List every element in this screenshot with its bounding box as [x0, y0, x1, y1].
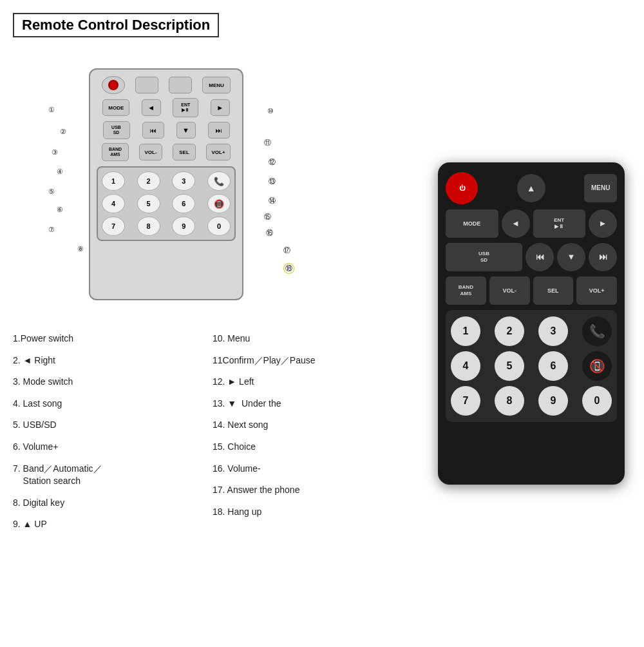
label-3: ③ — [52, 148, 58, 157]
photo-num2[interactable]: 2 — [495, 316, 524, 346]
label-7: ⑦ — [48, 226, 55, 234]
photo-next-btn[interactable]: ⏭ — [589, 243, 617, 271]
photo-num3[interactable]: 3 — [538, 316, 568, 346]
desc-3: 3. Mode switch — [13, 376, 200, 389]
photo-ent-btn[interactable]: ENT▶⏸ — [533, 209, 586, 238]
btn-usbsd-diag[interactable]: USBSD — [103, 121, 130, 139]
photo-numrow-3: 7 8 9 0 — [451, 386, 612, 416]
btn-volplus-diag[interactable]: VOL+ — [206, 144, 231, 160]
numpad-diagram: 1 2 3 📞 4 5 6 📵 7 8 9 — [97, 166, 236, 241]
remote-diagram-box: MENU MODE ◄ ENT▶⏸ ► USBSD ⏮ ▼ ⏭ — [89, 68, 243, 300]
num1[interactable]: 1 — [102, 171, 125, 191]
label-13: ⑬ — [269, 177, 276, 186]
desc-14: 14. Next song — [213, 419, 399, 432]
num4[interactable]: 4 — [102, 194, 125, 213]
photo-volminus-btn[interactable]: VOL- — [489, 276, 530, 305]
photo-prev-btn[interactable]: ⏮ — [526, 243, 554, 271]
diagram-area: ① ② ③ ④ ⑤ ⑥ ⑦ ⑧ ⑨ ⑩ ⑪ ⑫ ⑬ ⑭ ⑮ ⑯ ⑰ ⑱ — [13, 49, 322, 320]
photo-row-1: ⏻ ▲ MENU — [446, 172, 617, 204]
label-14: ⑭ — [269, 196, 276, 206]
btn-ent-diag[interactable]: ENT▶⏸ — [173, 98, 198, 117]
photo-row-2: MODE ◄ ENT▶⏸ ► — [446, 209, 617, 238]
label-18: ⑱ — [283, 263, 294, 274]
desc-16: 16. Volume- — [213, 463, 399, 476]
label-16: ⑯ — [266, 228, 273, 238]
photo-num1[interactable]: 1 — [451, 316, 480, 346]
desc-2: 2. ◄ Right — [13, 354, 200, 367]
btn-prev-diag[interactable]: ⏮ — [142, 122, 164, 139]
photo-left-arr[interactable]: ◄ — [502, 209, 530, 238]
photo-down-btn[interactable]: ▼ — [557, 243, 585, 271]
photo-num0[interactable]: 0 — [582, 386, 612, 416]
num5[interactable]: 5 — [137, 194, 160, 213]
label-8: ⑧ — [77, 245, 84, 253]
num9[interactable]: 9 — [172, 217, 195, 236]
desc-6: 6. Volume+ — [13, 441, 200, 454]
photo-row-4: BANDAMS VOL- SEL VOL+ — [446, 276, 617, 305]
btn-blank2[interactable] — [169, 77, 192, 93]
photo-sel-btn[interactable]: SEL — [533, 276, 574, 305]
btn-left-diag[interactable]: ◄ — [142, 99, 161, 116]
photo-volplus-btn[interactable]: VOL+ — [576, 276, 617, 305]
btn-mode-diag[interactable]: MODE — [102, 99, 129, 116]
desc-8: 8. Digital key — [13, 497, 200, 510]
desc-5: 5. USB/SD — [13, 419, 200, 432]
call-btn-diag[interactable]: 📞 — [207, 171, 231, 191]
desc-12: 12. ► Left — [213, 376, 399, 389]
photo-numrow-1: 1 2 3 📞 — [451, 316, 612, 346]
desc-4: 4. Last song — [13, 398, 200, 410]
left-panel: Remote Control Description ① ② ③ ④ ⑤ ⑥ ⑦… — [0, 0, 425, 647]
desc-9: 9. ▲ UP — [13, 518, 200, 531]
num7[interactable]: 7 — [102, 217, 125, 236]
btn-down-diag[interactable]: ▼ — [176, 122, 196, 139]
remote-photo: ⏻ ▲ MENU MODE ◄ ENT▶⏸ ► USBSD ⏮ ▼ ⏭ — [438, 162, 625, 485]
num3[interactable]: 3 — [172, 171, 195, 191]
desc-col-left: 1.Power switch 2. ◄ Right 3. Mode switch… — [13, 333, 213, 540]
photo-row-3: USBSD ⏮ ▼ ⏭ — [446, 243, 617, 271]
photo-usbsd-btn[interactable]: USBSD — [446, 243, 522, 271]
desc-13: 13. ▼ Under the — [213, 398, 399, 410]
num0[interactable]: 0 — [207, 217, 231, 236]
hangup-btn-diag[interactable]: 📵 — [207, 194, 231, 213]
page: Remote Control Description ① ② ③ ④ ⑤ ⑥ ⑦… — [0, 0, 644, 647]
num2[interactable]: 2 — [137, 171, 160, 191]
photo-num5[interactable]: 5 — [495, 351, 524, 381]
btn-next-diag[interactable]: ⏭ — [208, 122, 230, 139]
btn-power-diag[interactable] — [102, 76, 125, 94]
page-title: Remote Control Description — [13, 13, 219, 37]
label-4: ④ — [57, 168, 63, 176]
btn-band-diag[interactable]: BANDAMS — [102, 143, 129, 161]
desc-11: 11Confirm／Play／Pause — [213, 354, 399, 367]
photo-power-btn[interactable]: ⏻ — [446, 172, 478, 204]
photo-hangup-btn[interactable]: 📵 — [582, 351, 612, 381]
photo-num9[interactable]: 9 — [538, 386, 568, 416]
label-10: ⑩ — [267, 107, 274, 115]
photo-num4[interactable]: 4 — [451, 351, 480, 381]
desc-1: 1.Power switch — [13, 333, 200, 345]
num8[interactable]: 8 — [137, 217, 160, 236]
btn-volminus-diag[interactable]: VOL- — [139, 144, 162, 160]
photo-band-btn[interactable]: BANDAMS — [446, 276, 486, 305]
right-panel: ⏻ ▲ MENU MODE ◄ ENT▶⏸ ► USBSD ⏮ ▼ ⏭ — [425, 0, 644, 647]
desc-15: 15. Choice — [213, 441, 399, 454]
photo-num6[interactable]: 6 — [538, 351, 568, 381]
desc-18: 18. Hang up — [213, 506, 399, 519]
photo-call-btn[interactable]: 📞 — [582, 316, 612, 346]
photo-num7[interactable]: 7 — [451, 386, 480, 416]
btn-menu-diag[interactable]: MENU — [202, 77, 231, 93]
btn-blank1[interactable] — [135, 77, 158, 93]
photo-num8[interactable]: 8 — [495, 386, 524, 416]
photo-menu-btn[interactable]: MENU — [584, 174, 617, 202]
label-17: ⑰ — [283, 246, 290, 255]
num6[interactable]: 6 — [172, 194, 195, 213]
photo-numrow-2: 4 5 6 📵 — [451, 351, 612, 381]
label-6: ⑥ — [57, 206, 63, 214]
label-5: ⑤ — [48, 188, 55, 196]
photo-up-btn[interactable]: ▲ — [517, 174, 545, 202]
btn-right-diag[interactable]: ► — [211, 99, 230, 116]
btn-sel-diag[interactable]: SEL — [173, 144, 196, 160]
photo-right-arr[interactable]: ► — [589, 209, 617, 238]
photo-mode-btn[interactable]: MODE — [446, 209, 498, 238]
label-15: ⑮ — [264, 212, 271, 222]
label-11: ⑪ — [264, 138, 271, 148]
